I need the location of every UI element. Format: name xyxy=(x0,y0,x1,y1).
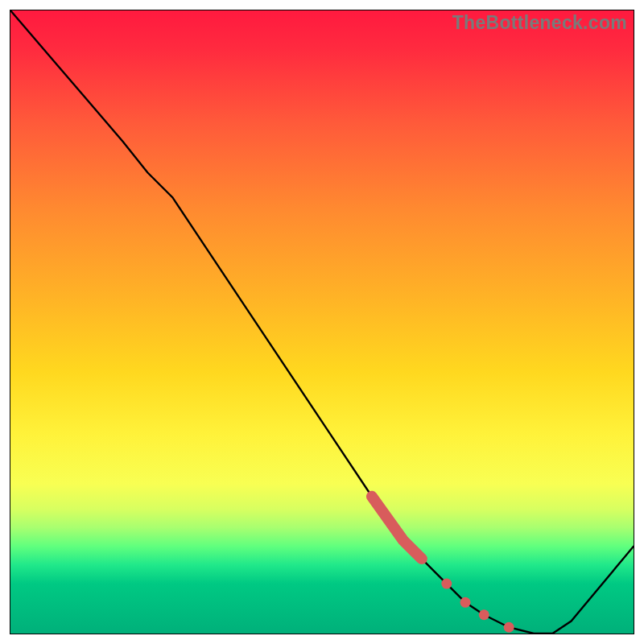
dot-1 xyxy=(441,579,452,589)
dot-3 xyxy=(479,609,489,620)
dot-4 xyxy=(504,622,514,633)
plot-area: TheBottleneck.com xyxy=(10,10,634,634)
bottleneck-curve xyxy=(10,10,634,634)
dot-2 xyxy=(460,597,471,608)
highlight-segment xyxy=(372,497,422,559)
curve-svg xyxy=(10,10,634,634)
chart-stage: TheBottleneck.com xyxy=(0,0,644,644)
